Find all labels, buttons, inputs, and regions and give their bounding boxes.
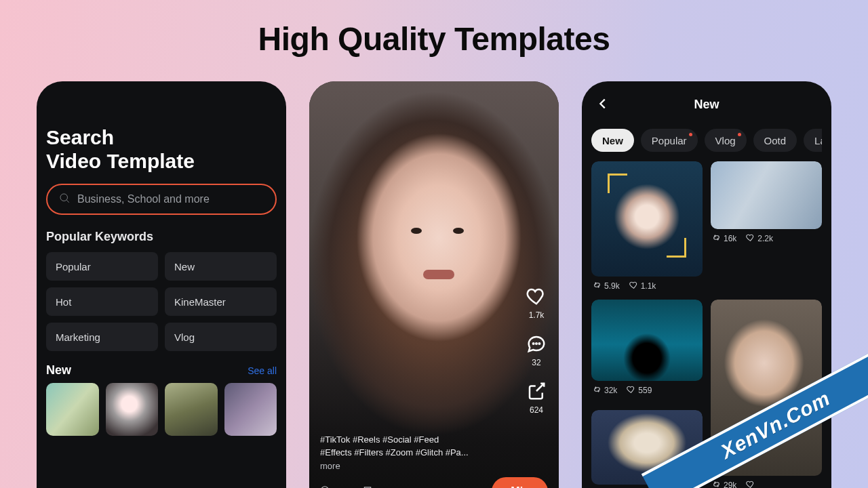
tab-popular[interactable]: Popular <box>641 129 698 152</box>
template-tags: #Effects #Filters #Zoom #Glitch #Pa... <box>320 447 548 459</box>
keyword-chip[interactable]: KineMaster <box>165 287 277 316</box>
heart-icon <box>746 233 755 244</box>
face-detail <box>411 228 422 234</box>
list-icon <box>363 485 372 488</box>
search-icon <box>58 192 71 207</box>
comment-button[interactable]: 32 <box>525 332 548 367</box>
svg-point-0 <box>60 194 68 201</box>
template-thumbnail <box>591 161 703 277</box>
card-uses: 29k <box>724 481 736 488</box>
keyword-chip[interactable]: Popular <box>46 252 158 281</box>
tab-label[interactable]: Labe <box>804 129 822 152</box>
template-tags: #TikTok #Reels #Social #Feed <box>320 434 548 446</box>
template-thumbnail[interactable] <box>224 383 277 436</box>
tab-vlog[interactable]: Vlog <box>705 129 747 152</box>
phone-template-preview: 1.7k 32 624 #TikTok #Reels #Social #Feed… <box>309 81 559 488</box>
more-link[interactable]: more <box>320 460 548 472</box>
card-likes: 1.1k <box>641 281 656 291</box>
search-title-line2: Video Template <box>46 150 277 174</box>
heart-icon <box>525 285 548 308</box>
tab-new[interactable]: New <box>591 129 634 152</box>
share-button[interactable]: 624 <box>525 380 548 415</box>
action-rail: 1.7k 32 624 <box>525 285 548 415</box>
template-card[interactable]: 5.9k 1.1k <box>591 161 703 291</box>
template-card[interactable]: 16k 2.2k <box>711 161 822 291</box>
heart-icon <box>746 480 755 488</box>
heart-icon <box>629 281 638 291</box>
search-input[interactable]: Business, School and more <box>46 184 277 215</box>
template-duration: 00:09 <box>335 485 357 488</box>
page-headline: High Quality Templates <box>0 20 868 58</box>
template-stats: 00:09 141.5K Mixed <box>320 485 431 488</box>
keyword-chip[interactable]: Vlog <box>165 323 277 351</box>
template-meta: #TikTok #Reels #Social #Feed #Effects #F… <box>320 434 548 488</box>
card-uses: 32k <box>604 386 617 395</box>
card-uses: 5.9k <box>604 281 620 291</box>
svg-point-3 <box>536 343 537 344</box>
keyword-chip[interactable]: Marketing <box>46 323 158 351</box>
browse-title: New <box>694 98 719 112</box>
template-thumbnail[interactable] <box>106 383 159 436</box>
back-button[interactable] <box>595 96 612 113</box>
tab-ootd[interactable]: Ootd <box>753 129 797 152</box>
template-thumbnail[interactable] <box>46 383 99 436</box>
phone-search: Search Video Template Business, School a… <box>37 81 286 488</box>
search-placeholder: Business, School and more <box>77 193 210 205</box>
comment-count: 32 <box>532 358 540 367</box>
loop-icon <box>712 233 721 244</box>
svg-point-4 <box>539 343 540 344</box>
svg-line-1 <box>66 200 68 202</box>
template-thumbnail <box>711 161 822 229</box>
loop-icon <box>593 385 601 396</box>
comment-icon <box>525 332 548 355</box>
phones-row: Search Video Template Business, School a… <box>37 81 831 488</box>
face-detail <box>453 228 464 234</box>
share-count: 624 <box>530 405 543 415</box>
template-thumbnail[interactable] <box>165 383 218 436</box>
share-icon <box>525 380 548 403</box>
keyword-chip[interactable]: New <box>165 252 277 281</box>
template-card[interactable]: 32k 559 <box>591 300 703 402</box>
template-thumbnail <box>591 300 703 381</box>
card-likes: 559 <box>638 386 652 395</box>
svg-point-2 <box>533 343 534 344</box>
loop-icon <box>593 281 601 291</box>
browse-topbar: New <box>591 91 822 118</box>
loop-icon <box>712 480 721 488</box>
search-title-line1: Search <box>46 126 277 150</box>
mix-button[interactable]: Mix <box>492 477 548 488</box>
like-button[interactable]: 1.7k <box>525 285 548 320</box>
new-thumbnails <box>46 383 277 436</box>
category-tabs: New Popular Vlog Ootd Labe <box>591 129 822 152</box>
keyword-chip[interactable]: Hot <box>46 287 158 316</box>
template-video-preview[interactable] <box>309 81 559 488</box>
keyword-grid: Popular New Hot KineMaster Marketing Vlo… <box>46 252 277 351</box>
search-title: Search Video Template <box>46 99 277 184</box>
heart-icon <box>627 385 635 396</box>
see-all-link[interactable]: See all <box>248 365 277 376</box>
card-uses: 16k <box>724 234 736 243</box>
face-detail <box>423 270 454 279</box>
template-uses: 141.5K Mixed <box>378 485 432 488</box>
card-likes: 2.2k <box>757 234 773 243</box>
like-count: 1.7k <box>529 310 545 320</box>
new-section-label: New <box>46 363 71 378</box>
clock-icon <box>320 485 330 488</box>
popular-keywords-label: Popular Keywords <box>46 230 277 244</box>
